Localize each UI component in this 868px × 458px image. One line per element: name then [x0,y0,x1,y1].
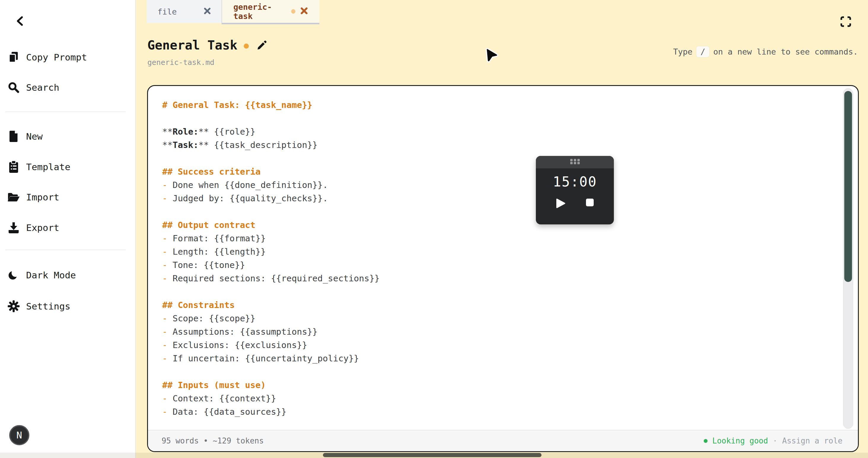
sidebar-item-label: New [26,131,43,142]
assign-role-button[interactable]: Assign a role [782,436,843,445]
sidebar-item-label: Import [26,192,59,202]
hint-prefix: Type [673,47,692,56]
status-message: Looking good [712,436,768,445]
editor-line [162,112,840,125]
timer-controls [536,198,614,209]
sidebar-item-settings[interactable]: Settings [0,297,136,316]
close-icon[interactable] [204,7,211,16]
sidebar-item-label: Settings [26,301,70,312]
page-title: General Task [147,38,237,53]
status-dot-icon [704,439,708,443]
editor-line [162,285,840,298]
tab-generic-task[interactable]: generic-task [221,0,319,24]
chevron-left-icon [14,15,26,28]
unsaved-dot-icon [291,9,296,13]
editor-line: - Assumptions: {{assumptions}} [162,325,840,338]
editor-line [162,365,840,379]
editor-scrollbar-track[interactable] [843,88,853,429]
sidebar-item-label: Export [26,222,59,233]
sidebar-divider [5,250,126,250]
editor-line: **Task:** {{task_description}} [162,138,840,152]
avatar[interactable]: N [9,425,29,445]
timer-play-button[interactable] [556,198,566,209]
import-icon [6,192,21,203]
editor-line: - Judged by: {{quality_checks}}. [162,192,840,205]
editor-panel[interactable]: # General Task: {{task_name}} **Role:** … [147,85,859,452]
sidebar-item-new[interactable]: New [0,127,136,146]
editor-status-bar: 95 words • ~129 tokens Looking good · As… [148,430,858,451]
tab-label: generic-task [234,2,286,21]
fullscreen-button[interactable] [838,14,854,30]
editor-line: ## Success criteria [162,165,840,178]
sidebar-item-label: Copy Prompt [26,52,87,63]
hint-suffix: on a new line to see commands. [713,47,858,56]
new-file-icon [6,130,21,143]
close-icon[interactable] [300,7,308,16]
editor-line: ## Inputs (must use) [162,379,840,392]
sidebar-item-export[interactable]: Export [0,218,136,237]
timer-drag-handle[interactable] [536,156,614,168]
play-icon [556,198,566,209]
editor-line: - If uncertain: {{uncertainty_policy}} [162,352,840,365]
word-token-count: 95 words • ~129 tokens [162,436,264,445]
copy-icon [6,51,21,64]
editor-content[interactable]: # General Task: {{task_name}} **Role:** … [148,86,840,419]
editor-line: - Required sections: {{required_sections… [162,272,840,285]
sidebar: Copy Prompt Search New [0,0,136,458]
pencil-icon [255,39,268,53]
sidebar-collapse-button[interactable] [13,14,27,29]
template-icon [6,160,21,174]
sidebar-item-template[interactable]: Template [0,157,136,176]
editor-line: ## Output contract [162,219,840,232]
editor-line [162,205,840,219]
editor-line: - Format: {{format}} [162,232,840,245]
editor-line: - Length: {{length}} [162,245,840,259]
editor-scrollbar-thumb[interactable] [844,91,852,282]
stop-icon [585,198,594,209]
status-separator: · [773,436,778,445]
timer-stop-button[interactable] [585,198,594,209]
status-right: Looking good · Assign a role [704,436,842,445]
sidebar-item-search[interactable]: Search [0,78,136,97]
editor-line: - Done when {{done_definition}}. [162,178,840,192]
drag-dots-icon [569,159,581,166]
sidebar-item-dark-mode[interactable]: Dark Mode [0,266,136,285]
sidebar-item-copy-prompt[interactable]: Copy Prompt [0,48,136,67]
editor-line: **Role:** {{role}} [162,125,840,138]
slash-key: / [696,46,709,57]
settings-icon [6,300,21,313]
tab-file[interactable]: file [147,0,222,23]
editor-line: # General Task: {{task_name}} [162,98,840,112]
search-icon [6,81,21,94]
sidebar-item-label: Search [26,82,59,93]
command-hint: Type / on a new line to see commands. [673,46,858,57]
horizontal-scrollbar-thumb[interactable] [323,453,541,457]
export-icon [6,222,21,234]
dark-mode-icon [6,269,21,281]
avatar-initial: N [16,429,22,441]
fullscreen-icon [839,15,852,29]
editor-line: ## Constraints [162,298,840,312]
sidebar-item-import[interactable]: Import [0,188,136,207]
editor-line: - Data: {{data_sources}} [162,405,840,419]
sidebar-item-label: Dark Mode [26,270,76,281]
editor-line: - Context: {{context}} [162,392,840,405]
document-header: General Task [147,38,268,53]
filename: generic-task.md [147,58,214,67]
mouse-cursor-icon [485,48,499,66]
editor-line: - Exclusions: {{exclusions}} [162,338,840,352]
editor-line [162,152,840,165]
app-window: Copy Prompt Search New [0,0,868,458]
timer-widget: 15:00 [536,156,614,224]
editor-line: - Tone: {{tone}} [162,259,840,272]
modified-dot-icon [244,43,249,48]
timer-display: 15:00 [536,174,614,190]
edit-title-button[interactable] [255,39,268,53]
sidebar-item-label: Template [26,162,70,172]
sidebar-divider [5,111,126,112]
editor-line: - Scope: {{scope}} [162,312,840,325]
tab-label: file [157,7,177,16]
